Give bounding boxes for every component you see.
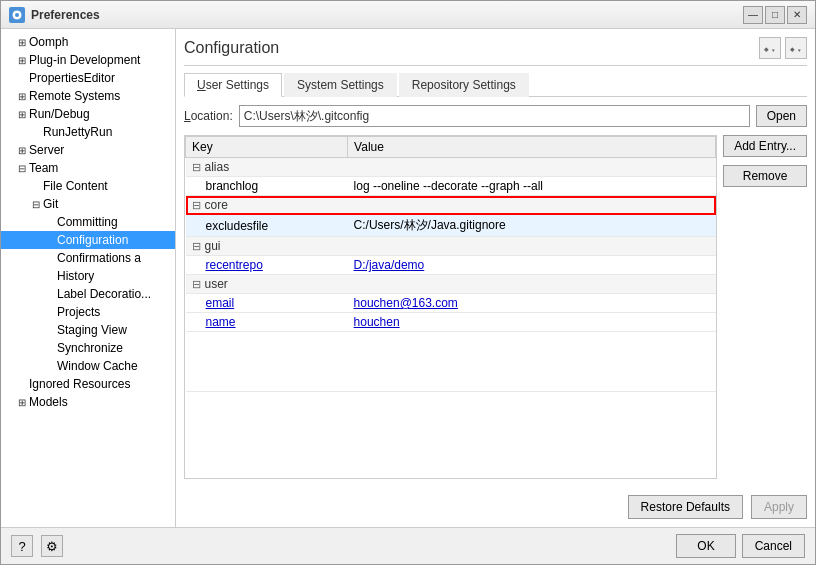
panel-title: Configuration xyxy=(184,39,279,57)
key-cell: name xyxy=(186,313,348,332)
maximize-button[interactable]: □ xyxy=(765,6,785,24)
link-value[interactable]: D:/java/demo xyxy=(354,258,425,272)
sidebar-item-plugin-dev[interactable]: ⊞ Plug-in Development xyxy=(1,51,175,69)
footer-icons: ? ⚙ xyxy=(11,535,63,557)
right-panel: Configuration ⬥▾ ⬥▾ User Settings System… xyxy=(176,29,815,527)
spacer-icon xyxy=(29,179,43,193)
group-name: gui xyxy=(205,239,221,253)
sidebar-item-run-jetty-run[interactable]: RunJettyRun xyxy=(1,123,175,141)
expand-icon: ⊞ xyxy=(15,107,29,121)
spacer-icon xyxy=(43,233,57,247)
title-bar: Preferences — □ ✕ xyxy=(1,1,815,29)
sidebar-item-synchronize[interactable]: Synchronize xyxy=(1,339,175,357)
link-key[interactable]: name xyxy=(206,315,236,329)
tab-system-settings[interactable]: System Settings xyxy=(284,73,397,97)
sidebar-item-label: Configuration xyxy=(57,233,128,247)
location-label: Location: xyxy=(184,109,233,123)
tab-label: User Settings xyxy=(197,78,269,92)
collapse-icon: ⊟ xyxy=(192,161,201,173)
sidebar-item-label: Ignored Resources xyxy=(29,377,130,391)
svg-point-1 xyxy=(15,13,19,17)
expand-icon: ⊞ xyxy=(15,143,29,157)
ok-button[interactable]: OK xyxy=(676,534,735,558)
table-row[interactable]: name houchen xyxy=(186,313,716,332)
table-row[interactable]: ⊟user xyxy=(186,275,716,294)
sidebar-item-configuration[interactable]: Configuration xyxy=(1,231,175,249)
table-row[interactable]: ⊟alias xyxy=(186,158,716,177)
sidebar-item-ignored-resources[interactable]: Ignored Resources xyxy=(1,375,175,393)
sidebar-item-label: Git xyxy=(43,197,58,211)
sidebar-item-label: RunJettyRun xyxy=(43,125,112,139)
sidebar-item-oomph[interactable]: ⊞ Oomph xyxy=(1,33,175,51)
sidebar-item-label: Team xyxy=(29,161,58,175)
bottom-buttons: Restore Defaults Apply xyxy=(184,495,807,519)
footer: ? ⚙ OK Cancel xyxy=(1,527,815,564)
table-row[interactable]: email houchen@163.com xyxy=(186,294,716,313)
spacer-icon xyxy=(43,287,57,301)
spacer-icon xyxy=(43,341,57,355)
sidebar-item-label: File Content xyxy=(43,179,108,193)
key-cell: excludesfile xyxy=(186,215,348,237)
table-row[interactable]: branchlog log --oneline --decorate --gra… xyxy=(186,177,716,196)
app-icon xyxy=(9,7,25,23)
apply-button[interactable]: Apply xyxy=(751,495,807,519)
spacer-icon xyxy=(43,359,57,373)
link-value[interactable]: houchen xyxy=(354,315,400,329)
sidebar-item-confirmations[interactable]: Confirmations a xyxy=(1,249,175,267)
nav-back-button[interactable]: ⬥▾ xyxy=(759,37,781,59)
sidebar-item-label: Synchronize xyxy=(57,341,123,355)
link-key[interactable]: email xyxy=(206,296,235,310)
minimize-button[interactable]: — xyxy=(743,6,763,24)
nav-fwd-button[interactable]: ⬥▾ xyxy=(785,37,807,59)
footer-action-buttons: OK Cancel xyxy=(676,534,805,558)
sidebar-item-file-content[interactable]: File Content xyxy=(1,177,175,195)
sidebar-item-remote-systems[interactable]: ⊞ Remote Systems xyxy=(1,87,175,105)
table-row[interactable]: ⊟gui xyxy=(186,237,716,256)
sidebar-item-window-cache[interactable]: Window Cache xyxy=(1,357,175,375)
sidebar-item-server[interactable]: ⊞ Server xyxy=(1,141,175,159)
tab-repository-settings[interactable]: Repository Settings xyxy=(399,73,529,97)
sidebar-item-committing[interactable]: Committing xyxy=(1,213,175,231)
sidebar-item-team[interactable]: ⊟ Team xyxy=(1,159,175,177)
spacer-icon xyxy=(43,215,57,229)
sidebar-item-history[interactable]: History xyxy=(1,267,175,285)
table-row[interactable]: recentrepo D:/java/demo xyxy=(186,256,716,275)
table-row[interactable]: ⊟core xyxy=(186,196,716,215)
tab-label: System Settings xyxy=(297,78,384,92)
add-entry-button[interactable]: Add Entry... xyxy=(723,135,807,157)
remove-button[interactable]: Remove xyxy=(723,165,807,187)
config-table-container: Key Value ⊟alias branchlog log --on xyxy=(184,135,717,479)
sidebar-item-label: Oomph xyxy=(29,35,68,49)
sidebar-item-staging-view[interactable]: Staging View xyxy=(1,321,175,339)
expand-icon: ⊟ xyxy=(29,197,43,211)
sidebar-item-label-decorations[interactable]: Label Decoratio... xyxy=(1,285,175,303)
sidebar-item-properties-editor[interactable]: PropertiesEditor xyxy=(1,69,175,87)
sidebar-item-projects[interactable]: Projects xyxy=(1,303,175,321)
close-button[interactable]: ✕ xyxy=(787,6,807,24)
sidebar-item-git[interactable]: ⊟ Git xyxy=(1,195,175,213)
open-button[interactable]: Open xyxy=(756,105,807,127)
spacer-icon xyxy=(43,305,57,319)
preferences-button[interactable]: ⚙ xyxy=(41,535,63,557)
location-input[interactable] xyxy=(239,105,750,127)
sidebar-item-label: Confirmations a xyxy=(57,251,141,265)
help-button[interactable]: ? xyxy=(11,535,33,557)
key-cell: email xyxy=(186,294,348,313)
link-value[interactable]: houchen@163.com xyxy=(354,296,458,310)
value-cell: houchen@163.com xyxy=(348,294,716,313)
restore-defaults-button[interactable]: Restore Defaults xyxy=(628,495,743,519)
expand-icon: ⊟ xyxy=(15,161,29,175)
group-name: core xyxy=(205,198,228,212)
tab-user-settings[interactable]: User Settings xyxy=(184,73,282,97)
spacer-icon xyxy=(43,269,57,283)
cancel-button[interactable]: Cancel xyxy=(742,534,805,558)
spacer-icon xyxy=(43,323,57,337)
tab-label: Repository Settings xyxy=(412,78,516,92)
expand-icon: ⊞ xyxy=(15,35,29,49)
sidebar-item-models[interactable]: ⊞ Models xyxy=(1,393,175,411)
sidebar-item-run-debug[interactable]: ⊞ Run/Debug xyxy=(1,105,175,123)
window-title: Preferences xyxy=(31,8,743,22)
table-row[interactable]: excludesfile C:/Users/林汐/Java.gitignore xyxy=(186,215,716,237)
sidebar-item-label: Run/Debug xyxy=(29,107,90,121)
link-key[interactable]: recentrepo xyxy=(206,258,263,272)
